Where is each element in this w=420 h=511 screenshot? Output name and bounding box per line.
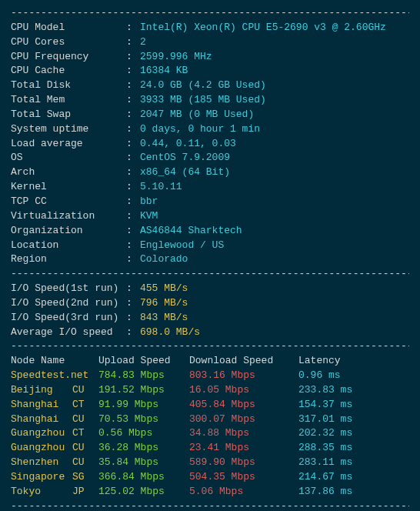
- st-node: Speedtest.net: [11, 369, 98, 383]
- sys-label: Organization: [11, 224, 126, 239]
- speedtest-row: SingaporeSG366.84 Mbps504.35 Mbps214.67 …: [11, 470, 409, 485]
- colon: :: [126, 137, 140, 152]
- sys-value: 5.10.11: [140, 181, 182, 192]
- speedtest-row: BeijingCU191.52 Mbps16.05 Mbps233.83 ms: [11, 383, 409, 398]
- st-download: 300.07 Mbps: [189, 412, 298, 427]
- system-row: CPU Cores: 2: [11, 35, 409, 50]
- colon: :: [126, 165, 140, 180]
- speedtest-row: ShanghaiCT91.99 Mbps405.84 Mbps154.37 ms: [11, 398, 409, 412]
- col-upload: Upload Speed: [98, 354, 189, 369]
- st-loc: JP: [72, 485, 98, 499]
- st-download: 405.84 Mbps: [189, 398, 298, 412]
- colon: :: [126, 224, 140, 239]
- colon: :: [126, 282, 140, 296]
- system-row: TCP CC: bbr: [11, 195, 409, 209]
- system-row: Virtualization: KVM: [11, 209, 409, 224]
- sys-label: Total Mem: [11, 93, 126, 108]
- io-label: I/O Speed(3rd run): [11, 311, 126, 326]
- sys-value: 2599.996 MHz: [140, 51, 212, 62]
- sys-value: x86_64 (64 Bit): [140, 166, 230, 178]
- colon: :: [126, 35, 140, 50]
- sys-label: Load average: [11, 137, 126, 152]
- io-row: I/O Speed(3rd run): 843 MB/s: [11, 311, 409, 326]
- sys-label: OS: [11, 151, 126, 165]
- st-upload: 366.84 Mbps: [98, 470, 189, 485]
- system-row: Load average: 0.44, 0.11, 0.03: [11, 137, 409, 152]
- system-row: Arch: x86_64 (64 Bit): [11, 165, 409, 180]
- speedtest-row: ShanghaiCU70.53 Mbps300.07 Mbps317.01 ms: [11, 412, 409, 427]
- divider-mid1: ----------------------------------------…: [11, 267, 409, 282]
- sys-value: AS46844 Sharktech: [140, 225, 242, 236]
- sys-label: Total Swap: [11, 108, 126, 122]
- system-row: Total Swap: 2047 MB (0 MB Used): [11, 108, 409, 122]
- io-row: I/O Speed(2nd run): 796 MB/s: [11, 296, 409, 311]
- st-latency: 0.96 ms: [298, 369, 341, 383]
- system-row: CPU Frequency: 2599.996 MHz: [11, 50, 409, 65]
- st-upload: 91.99 Mbps: [98, 398, 189, 412]
- st-upload: 35.84 Mbps: [98, 456, 189, 470]
- system-row: OS: CentOS 7.9.2009: [11, 151, 409, 165]
- st-node: Guangzhou: [11, 426, 72, 441]
- sys-label: Total Disk: [11, 78, 126, 93]
- st-upload: 784.83 Mbps: [98, 369, 189, 383]
- speedtest-row: TokyoJP125.02 Mbps5.06 Mbps137.86 ms: [11, 485, 409, 499]
- st-upload: 36.28 Mbps: [98, 441, 189, 456]
- st-node: Guangzhou: [11, 441, 72, 456]
- colon: :: [126, 78, 140, 93]
- sys-label: Kernel: [11, 180, 126, 195]
- speedtest-row: GuangzhouCT0.56 Mbps34.88 Mbps202.32 ms: [11, 426, 409, 441]
- st-upload: 70.53 Mbps: [98, 412, 189, 427]
- system-row: Organization: AS46844 Sharktech: [11, 224, 409, 239]
- io-row: I/O Speed(1st run): 455 MB/s: [11, 282, 409, 296]
- sys-label: CPU Cache: [11, 64, 126, 78]
- st-upload: 191.52 Mbps: [98, 383, 189, 398]
- colon: :: [126, 296, 140, 311]
- speedtest-row: Speedtest.net784.83 Mbps803.16 Mbps0.96 …: [11, 369, 409, 383]
- colon: :: [126, 326, 140, 340]
- colon: :: [126, 93, 140, 108]
- st-upload: 0.56 Mbps: [98, 426, 189, 441]
- sys-value: 24.0 GB (4.2 GB Used): [140, 79, 266, 91]
- st-loc: CT: [72, 426, 98, 441]
- divider-top: ----------------------------------------…: [11, 6, 409, 21]
- colon: :: [126, 195, 140, 209]
- st-latency: 137.86 ms: [298, 485, 352, 499]
- colon: :: [126, 64, 140, 78]
- st-latency: 317.01 ms: [298, 412, 352, 427]
- sys-value: Englewood / US: [140, 239, 224, 251]
- colon: :: [126, 311, 140, 326]
- st-download: 16.05 Mbps: [189, 383, 298, 398]
- sys-value: 3933 MB (185 MB Used): [140, 94, 266, 105]
- sys-label: Virtualization: [11, 209, 126, 224]
- col-node: Node Name: [11, 354, 72, 369]
- st-loc: SG: [72, 470, 98, 485]
- sys-value: 0 days, 0 hour 1 min: [140, 123, 260, 135]
- st-node: Shanghai: [11, 398, 72, 412]
- st-node: Shenzhen: [11, 456, 72, 470]
- st-download: 504.35 Mbps: [189, 470, 298, 485]
- system-row: Location: Englewood / US: [11, 239, 409, 253]
- sys-label: Location: [11, 239, 126, 253]
- st-loc: CU: [72, 412, 98, 427]
- st-loc: CT: [72, 398, 98, 412]
- st-loc: CU: [72, 441, 98, 456]
- st-node: Tokyo: [11, 485, 72, 499]
- system-row: Region: Colorado: [11, 252, 409, 267]
- speedtest-row: ShenzhenCU35.84 Mbps589.90 Mbps283.11 ms: [11, 456, 409, 470]
- sys-label: CPU Frequency: [11, 50, 126, 65]
- st-latency: 154.37 ms: [298, 398, 352, 412]
- st-loc: CU: [72, 456, 98, 470]
- system-info-block: CPU Model: Intel(R) Xeon(R) CPU E5-2690 …: [11, 21, 409, 267]
- st-latency: 283.11 ms: [298, 456, 352, 470]
- divider-mid2: ----------------------------------------…: [11, 339, 409, 354]
- sys-label: Region: [11, 252, 126, 267]
- colon: :: [126, 239, 140, 253]
- io-label: Average I/O speed: [11, 326, 126, 340]
- io-label: I/O Speed(2nd run): [11, 296, 126, 311]
- divider-bottom: ----------------------------------------…: [11, 499, 409, 511]
- sys-value: 16384 KB: [140, 65, 188, 76]
- speedtest-row: GuangzhouCU36.28 Mbps23.41 Mbps288.35 ms: [11, 441, 409, 456]
- io-speed-block: I/O Speed(1st run): 455 MB/sI/O Speed(2n…: [11, 282, 409, 339]
- system-row: Total Disk: 24.0 GB (4.2 GB Used): [11, 78, 409, 93]
- st-latency: 214.67 ms: [298, 470, 352, 485]
